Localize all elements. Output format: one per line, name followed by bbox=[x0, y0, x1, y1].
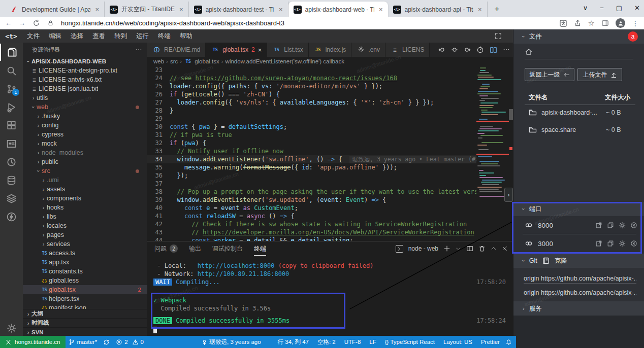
close-icon[interactable]: × bbox=[178, 6, 184, 13]
tab-search-chevron[interactable]: ∨ bbox=[583, 4, 588, 12]
tree-item[interactable]: ›cypress bbox=[23, 130, 147, 139]
minimize-button[interactable]: − bbox=[600, 4, 604, 12]
tree-item[interactable]: ›public bbox=[23, 157, 147, 166]
gear-icon[interactable] bbox=[619, 240, 626, 247]
chevdown-icon[interactable] bbox=[456, 246, 461, 252]
navdot-icon[interactable] bbox=[451, 46, 458, 53]
new-tab-button[interactable]: + bbox=[491, 3, 504, 16]
git-branch-status[interactable]: master* bbox=[66, 339, 101, 345]
ports-section-header[interactable]: ›端口 bbox=[513, 202, 644, 216]
address-bar[interactable]: hongxi.titanide.cn/ide/web/coding/apisix… bbox=[61, 19, 552, 27]
activity-preview[interactable] bbox=[0, 135, 23, 152]
browser-tab[interactable]: Development Guide | Apache× bbox=[5, 2, 105, 17]
port-row[interactable]: 8000 bbox=[513, 216, 644, 234]
tree-item[interactable]: ›.husky bbox=[23, 112, 147, 121]
scrollbar-slider[interactable] bbox=[509, 109, 513, 120]
shell-selector[interactable]: node - web bbox=[408, 245, 438, 252]
git-clone-label[interactable]: 克隆 bbox=[555, 257, 567, 265]
tree-item[interactable]: TSglobal.tsx2 bbox=[23, 285, 147, 294]
sidepanel-icon[interactable] bbox=[601, 19, 609, 27]
tree-item[interactable]: ›node_modules bbox=[23, 148, 147, 157]
close-icon[interactable]: × bbox=[477, 6, 483, 13]
browser-tab[interactable]: <t>apisix-dashboard-web - TitanI× bbox=[288, 2, 388, 17]
browser-tab[interactable]: <t>apisix-dashboard-test - TitanID× bbox=[189, 2, 288, 17]
editor-tab[interactable]: JSindex.js bbox=[309, 43, 352, 57]
tree-item[interactable]: ›config bbox=[23, 121, 147, 130]
split-icon[interactable] bbox=[490, 46, 497, 54]
menu-item[interactable]: 运行 bbox=[132, 29, 153, 43]
activity-layers[interactable] bbox=[0, 190, 23, 207]
tree-item[interactable]: ›services bbox=[23, 239, 147, 249]
menu-item[interactable]: 终端 bbox=[153, 29, 175, 43]
activity-search[interactable] bbox=[0, 62, 23, 79]
menu-item[interactable]: 文件 bbox=[22, 29, 44, 43]
external-icon[interactable] bbox=[595, 240, 602, 247]
star-icon[interactable]: ☆ bbox=[588, 19, 595, 28]
forward-icon[interactable]: → bbox=[19, 19, 25, 27]
breadcrumb-item[interactable]: src bbox=[170, 58, 178, 64]
translate-icon[interactable] bbox=[559, 19, 567, 27]
close-icon[interactable]: × bbox=[278, 6, 284, 13]
editor-tab[interactable]: TSList.tsx bbox=[267, 43, 308, 57]
keyboard-layout[interactable]: Layout: US bbox=[440, 339, 475, 345]
panel-tab[interactable]: 终端 bbox=[254, 241, 266, 256]
tree-item[interactable]: ›hooks bbox=[23, 203, 147, 212]
panel-expand-button[interactable]: › bbox=[504, 188, 513, 202]
formatter[interactable]: Prettier bbox=[478, 339, 503, 345]
services-section-header[interactable]: ›服务 bbox=[513, 301, 644, 316]
sync-icon[interactable] bbox=[100, 339, 113, 345]
menu-item[interactable]: 选择 bbox=[66, 29, 88, 43]
project-root[interactable]: › APISIX-DASHBOARD-WEB bbox=[23, 57, 147, 66]
navfwd-icon[interactable] bbox=[464, 46, 471, 53]
file-row[interactable]: apisix-dashboard-... bbox=[529, 109, 597, 117]
activity-explorer[interactable] bbox=[0, 44, 23, 61]
browser-menu-icon[interactable]: ⋮ bbox=[632, 19, 639, 27]
indentation[interactable]: 空格: 2 bbox=[314, 338, 339, 346]
closecircle-icon[interactable] bbox=[630, 240, 637, 247]
bell-icon[interactable] bbox=[505, 339, 512, 345]
close-window-button[interactable]: ✕ bbox=[634, 4, 640, 12]
close-icon[interactable]: × bbox=[94, 6, 100, 13]
menu-item[interactable]: 转到 bbox=[110, 29, 132, 43]
share-icon[interactable] bbox=[574, 19, 582, 27]
port-row[interactable]: 3000 bbox=[513, 234, 644, 253]
browser-tab[interactable]: <t>apisix-dashboard-api - TitanID× bbox=[388, 2, 488, 17]
activity-source-control[interactable]: 1 bbox=[0, 80, 23, 97]
gear-icon[interactable] bbox=[619, 222, 626, 229]
tree-item[interactable]: TSaccess.ts bbox=[23, 249, 147, 258]
close-icon[interactable]: × bbox=[258, 46, 262, 54]
explorer-section-3[interactable]: ›SVN bbox=[23, 327, 147, 336]
more-actions-icon[interactable] bbox=[135, 46, 142, 53]
cursor-position[interactable]: 行 34, 列 47 bbox=[275, 338, 312, 346]
breadcrumb[interactable]: web›src›TSglobal.tsx›window.addEventList… bbox=[147, 57, 513, 66]
tree-item[interactable]: ›src bbox=[23, 166, 147, 176]
files-section-header[interactable]: ›文件a bbox=[513, 29, 644, 44]
upload-file-button[interactable]: 上传文件 bbox=[577, 68, 622, 81]
editor-tab[interactable]: ≡LICENS bbox=[385, 43, 430, 57]
tree-item[interactable]: ›mock bbox=[23, 139, 147, 148]
explorer-section-1[interactable]: ›大纲 bbox=[23, 309, 147, 318]
trash-icon[interactable] bbox=[478, 245, 486, 252]
panel-tab[interactable]: 输出 bbox=[189, 241, 201, 256]
browser-tab[interactable]: <t>开发空间 - TitanIDE× bbox=[105, 2, 189, 17]
menu-item[interactable]: 帮助 bbox=[175, 29, 197, 43]
close-icon[interactable] bbox=[502, 246, 508, 252]
ellipsis-icon[interactable] bbox=[503, 46, 510, 53]
menu-item[interactable]: 编辑 bbox=[44, 29, 66, 43]
tree-item[interactable]: ›components bbox=[23, 194, 147, 203]
profile-avatar[interactable] bbox=[616, 18, 625, 28]
tree-item[interactable]: TShelpers.tsx bbox=[23, 294, 147, 303]
file-row[interactable]: space.share bbox=[529, 126, 576, 134]
tree-item[interactable]: ›utils bbox=[23, 93, 147, 102]
language-mode[interactable]: {} TypeScript React bbox=[382, 339, 438, 345]
panel-tab[interactable]: 问题2 bbox=[154, 241, 178, 256]
tree-item[interactable]: {}global.less bbox=[23, 276, 147, 285]
copy-icon[interactable] bbox=[607, 222, 614, 229]
overview-ruler[interactable] bbox=[509, 66, 513, 241]
fullscreen-icon[interactable] bbox=[495, 32, 502, 40]
activity-bolt[interactable] bbox=[0, 208, 23, 225]
editor-tab[interactable]: ⓘREADME.md bbox=[147, 43, 206, 57]
tree-item[interactable]: ›assets bbox=[23, 185, 147, 194]
back-up-button[interactable]: 返回上一级 bbox=[525, 68, 574, 81]
tree-item[interactable]: TSconstants.ts bbox=[23, 267, 147, 276]
